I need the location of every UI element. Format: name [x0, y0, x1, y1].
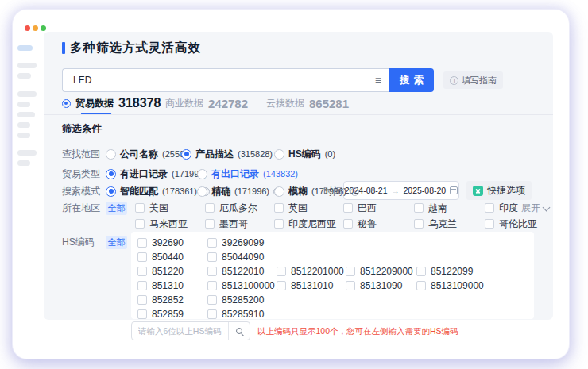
hs-code-checkbox[interactable]: 8513109000 — [416, 279, 484, 292]
hs-search-button[interactable] — [228, 322, 250, 340]
hs-all-pill[interactable]: 全部 — [106, 236, 127, 249]
info-icon[interactable]: i — [350, 187, 359, 196]
checkbox-icon[interactable] — [135, 219, 145, 229]
hs-code-checkbox[interactable]: 852852 — [137, 294, 184, 306]
hs-code-checkbox[interactable]: 85044090 — [207, 251, 264, 263]
radio-unselected-icon[interactable] — [274, 186, 284, 197]
checkbox-icon[interactable] — [207, 267, 217, 276]
checkbox-icon[interactable] — [343, 203, 353, 213]
checkbox-icon[interactable] — [414, 219, 424, 229]
hs-code-checkbox[interactable]: 85131010 — [277, 279, 333, 292]
radio-option-fuzzy[interactable]: 模糊(171996)i — [274, 185, 359, 198]
region-checkbox[interactable]: 美国 — [135, 202, 168, 214]
checkbox-icon[interactable] — [274, 219, 284, 229]
checkbox-icon[interactable] — [346, 267, 355, 276]
region-checkbox[interactable]: 印度尼西亚 — [274, 217, 336, 230]
filter-lines-icon[interactable]: ≡ — [375, 75, 389, 86]
checkbox-icon[interactable] — [346, 281, 355, 290]
checkbox-icon[interactable] — [135, 203, 145, 213]
radio-option-has-export[interactable]: 有出口记录(143832) — [197, 167, 298, 180]
minimize-window-icon[interactable] — [33, 25, 38, 31]
region-checkbox[interactable]: 秘鲁 — [343, 217, 377, 230]
sidebar-skeleton-item[interactable] — [17, 45, 33, 51]
hs-code-checkbox[interactable]: 8512209000 — [346, 265, 413, 278]
checkbox-icon[interactable] — [416, 281, 426, 290]
radio-option-company-name[interactable]: 公司名称(2550) — [106, 148, 188, 160]
sidebar-skeleton-item[interactable] — [17, 133, 30, 138]
fill-guide-button[interactable]: i 填写指南 — [443, 71, 503, 89]
checkbox-icon[interactable] — [207, 295, 217, 305]
radio-option-hs-code[interactable]: HS编码(0) — [274, 148, 335, 160]
tab-business-data[interactable]: 商业数据242782 — [165, 95, 248, 111]
date-range-picker[interactable]: 2024-08-21 → 2025-08-20 — [343, 181, 459, 200]
checkbox-icon[interactable] — [416, 267, 426, 276]
quick-options-button[interactable]: 快捷选项 — [466, 181, 532, 200]
checkbox-icon[interactable] — [274, 203, 284, 213]
hs-code-checkbox[interactable]: 85122099 — [416, 265, 473, 278]
checkbox-icon[interactable] — [205, 219, 215, 229]
hs-code-checkbox[interactable]: 851220 — [137, 265, 184, 278]
sidebar-skeleton-item[interactable] — [17, 122, 30, 128]
checkbox-icon[interactable] — [137, 252, 147, 262]
checkbox-icon[interactable] — [485, 219, 494, 229]
radio-option-has-import[interactable]: 有进口记录(171996) — [106, 167, 207, 180]
region-checkbox[interactable]: 巴西 — [343, 202, 377, 214]
radio-option-smart-match[interactable]: 智能匹配(178361)i — [106, 185, 210, 198]
sidebar-skeleton-item[interactable] — [17, 63, 37, 68]
region-checkbox[interactable]: 墨西哥 — [205, 217, 248, 230]
checkbox-icon[interactable] — [207, 281, 217, 290]
hs-code-checkbox[interactable]: 85131090 — [346, 279, 402, 292]
tab-trade-data[interactable]: 贸易数据318378 — [62, 95, 161, 111]
hs-code-checkbox[interactable]: 852859 — [137, 308, 184, 321]
region-checkbox[interactable]: 英国 — [274, 202, 308, 214]
radio-option-exact[interactable]: 精确(171996)i — [197, 185, 282, 198]
region-checkbox[interactable]: 马来西亚 — [135, 217, 188, 230]
hs-code-input[interactable] — [132, 326, 228, 336]
checkbox-icon[interactable] — [485, 203, 494, 213]
radio-option-product-desc[interactable]: 产品描述(315828) — [181, 148, 273, 160]
checkbox-icon[interactable] — [414, 203, 424, 213]
radio-selected-icon[interactable] — [106, 186, 116, 197]
hs-code-checkbox[interactable]: 85285910 — [207, 308, 264, 321]
checkbox-icon[interactable] — [343, 219, 353, 229]
checkbox-icon[interactable] — [277, 267, 286, 276]
hs-code-checkbox[interactable]: 85285200 — [207, 294, 264, 306]
sidebar-skeleton-item[interactable] — [17, 91, 37, 97]
sidebar-skeleton-item[interactable] — [17, 160, 30, 166]
hs-code-checkbox[interactable]: 39269099 — [207, 236, 264, 249]
sidebar-skeleton-item[interactable] — [17, 73, 31, 79]
sidebar-skeleton-item[interactable] — [17, 112, 35, 117]
hs-code-checkbox[interactable]: 851310 — [137, 279, 184, 292]
checkbox-icon[interactable] — [207, 252, 217, 262]
checkbox-icon[interactable] — [137, 309, 147, 319]
region-checkbox[interactable]: 印度 — [485, 202, 518, 214]
checkbox-icon[interactable] — [207, 309, 217, 319]
hs-code-checkbox[interactable]: 8512201000 — [277, 265, 344, 278]
radio-selected-icon[interactable] — [106, 169, 116, 179]
checkbox-icon[interactable] — [137, 281, 147, 290]
hs-code-checkbox[interactable]: 392690 — [137, 236, 184, 249]
search-input[interactable] — [63, 75, 375, 86]
hs-code-checkbox[interactable]: 850440 — [137, 251, 184, 263]
region-checkbox[interactable]: 越南 — [414, 202, 447, 214]
hs-code-checkbox[interactable]: 85122010 — [207, 265, 264, 278]
radio-unselected-icon[interactable] — [274, 149, 284, 160]
hs-code-checkbox[interactable]: 8513100000 — [207, 279, 275, 292]
close-window-icon[interactable] — [25, 25, 30, 31]
region-checkbox[interactable]: 乌克兰 — [414, 217, 457, 230]
checkbox-icon[interactable] — [277, 281, 286, 290]
region-all-pill[interactable]: 全部 — [106, 202, 127, 215]
tab-cloud-data[interactable]: 云搜数据865281 — [266, 95, 349, 111]
radio-unselected-icon[interactable] — [197, 169, 207, 179]
sidebar-skeleton-item[interactable] — [17, 150, 37, 156]
radio-unselected-icon[interactable] — [106, 149, 116, 160]
sidebar-skeleton-item[interactable] — [17, 102, 30, 107]
radio-unselected-icon[interactable] — [197, 186, 207, 197]
checkbox-icon[interactable] — [137, 295, 147, 305]
checkbox-icon[interactable] — [205, 203, 215, 213]
region-checkbox[interactable]: 哥伦比亚 — [485, 217, 537, 230]
region-checkbox[interactable]: 厄瓜多尔 — [205, 202, 257, 214]
search-button[interactable]: 搜索 — [389, 68, 434, 92]
radio-selected-icon[interactable] — [181, 149, 191, 160]
checkbox-icon[interactable] — [137, 267, 147, 276]
